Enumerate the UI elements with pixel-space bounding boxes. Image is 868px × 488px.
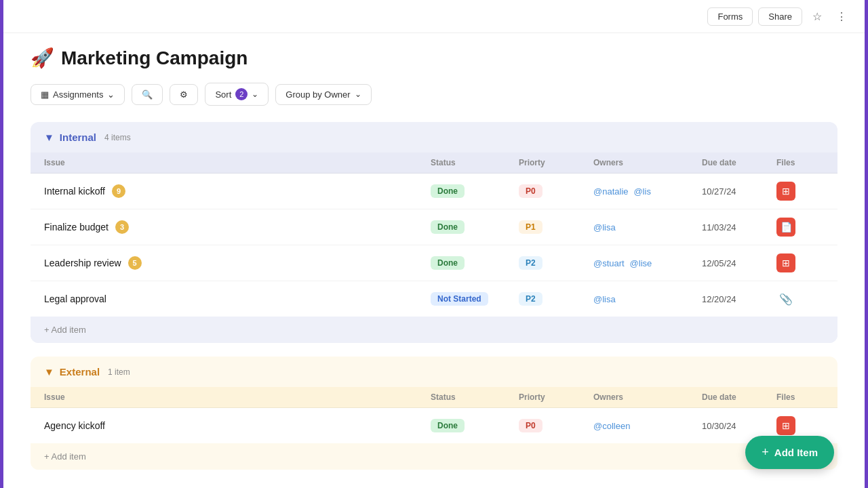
add-item-label: + Add item bbox=[44, 451, 86, 462]
file-icon[interactable]: 📄 bbox=[776, 218, 795, 237]
sort-count-badge: 2 bbox=[235, 88, 248, 100]
table-row: Finalize budget 3 Done P1 @lisa 11/03/24… bbox=[31, 209, 837, 245]
owners-cell: @colleen bbox=[593, 420, 702, 431]
more-icon[interactable]: ⋮ bbox=[832, 7, 851, 26]
file-icon[interactable]: ⊞ bbox=[776, 182, 795, 201]
due-date-cell: 10/27/24 bbox=[702, 186, 776, 197]
due-date-cell: 11/03/24 bbox=[702, 222, 776, 232]
add-item-fab-button[interactable]: + Add Item bbox=[745, 436, 834, 469]
assignments-label: Assignments bbox=[53, 89, 103, 100]
due-date-cell: 12/20/24 bbox=[702, 294, 776, 304]
table-row: Internal kickoff 9 Done P0 @natalie @lis… bbox=[31, 174, 837, 209]
issue-cell: Agency kickoff bbox=[44, 420, 431, 431]
title-emoji: 🚀 bbox=[31, 47, 54, 69]
col-priority: Priorty bbox=[519, 392, 593, 402]
col-due-date: Due date bbox=[702, 158, 776, 167]
col-owners: Owners bbox=[593, 158, 702, 167]
col-issue: Issue bbox=[44, 158, 431, 167]
external-group-header: ▼ External 1 item bbox=[31, 357, 837, 387]
owners-cell: @natalie @lis bbox=[593, 186, 702, 197]
col-due-date: Due date bbox=[702, 392, 776, 402]
assignments-icon: ▦ bbox=[41, 89, 49, 100]
internal-table: Issue Status Priorty Owners Due date Fil… bbox=[31, 152, 837, 317]
status-cell: Done bbox=[431, 220, 519, 234]
external-table: Issue Status Priorty Owners Due date Fil… bbox=[31, 387, 837, 443]
issue-cell: Legal approval bbox=[44, 293, 431, 304]
owner-tag: @lisa bbox=[593, 294, 616, 304]
external-add-item[interactable]: + Add item bbox=[31, 443, 837, 470]
status-cell: Done bbox=[431, 184, 519, 198]
col-status: Status bbox=[431, 158, 519, 167]
group-by-chevron-icon: ⌄ bbox=[355, 89, 361, 99]
owner-tag: @lise bbox=[630, 258, 652, 268]
group-by-label: Group by Owner bbox=[285, 89, 350, 100]
issue-name: Agency kickoff bbox=[44, 420, 105, 431]
priority-cell: P0 bbox=[519, 419, 593, 432]
issue-cell: Leadership review 5 bbox=[44, 256, 431, 270]
external-group-count: 1 item bbox=[108, 367, 130, 377]
internal-group: ▼ Internal 4 items Issue Status Priorty … bbox=[31, 122, 837, 343]
owners-cell: @lisa bbox=[593, 293, 702, 304]
col-priority: Priorty bbox=[519, 158, 593, 167]
file-icon[interactable]: ⊞ bbox=[776, 253, 795, 272]
status-cell: Done bbox=[431, 419, 519, 432]
external-collapse-icon[interactable]: ▼ bbox=[44, 366, 54, 378]
filter-icon: ⚙ bbox=[180, 89, 188, 100]
issue-name: Legal approval bbox=[44, 293, 106, 304]
page-container: Forms Share ☆ ⋮ 🚀 Marketing Campaign ▦ A… bbox=[0, 0, 868, 488]
file-icon[interactable]: 📎 bbox=[776, 289, 795, 308]
search-button[interactable]: 🔍 bbox=[132, 84, 163, 105]
external-group: ▼ External 1 item Issue Status Priorty O… bbox=[31, 357, 837, 470]
files-cell: ⊞ bbox=[776, 253, 824, 272]
table-row: Agency kickoff Done P0 @colleen 10/30/24… bbox=[31, 408, 837, 443]
status-badge: Done bbox=[431, 184, 465, 198]
file-icon[interactable]: ⊞ bbox=[776, 416, 795, 435]
page-title: 🚀 Marketing Campaign bbox=[31, 47, 837, 69]
forms-button[interactable]: Forms bbox=[707, 7, 753, 26]
top-bar: Forms Share ☆ ⋮ bbox=[3, 0, 865, 33]
filter-button[interactable]: ⚙ bbox=[170, 84, 198, 105]
priority-badge: P1 bbox=[519, 220, 542, 234]
issue-cell: Internal kickoff 9 bbox=[44, 184, 431, 198]
internal-collapse-icon[interactable]: ▼ bbox=[44, 131, 54, 143]
search-icon: 🔍 bbox=[142, 89, 153, 100]
group-by-button[interactable]: Group by Owner ⌄ bbox=[275, 84, 371, 105]
internal-add-item[interactable]: + Add item bbox=[31, 317, 837, 343]
external-table-header: Issue Status Priorty Owners Due date Fil… bbox=[31, 387, 837, 408]
status-cell: Not Started bbox=[431, 292, 519, 306]
assignments-button[interactable]: ▦ Assignments ⌄ bbox=[31, 84, 125, 105]
priority-cell: P0 bbox=[519, 184, 593, 198]
comment-badge[interactable]: 9 bbox=[112, 184, 125, 198]
internal-group-header: ▼ Internal 4 items bbox=[31, 122, 837, 152]
sort-chevron-icon: ⌄ bbox=[252, 89, 258, 99]
add-item-label: + Add item bbox=[44, 325, 86, 335]
files-cell: ⊞ bbox=[776, 416, 824, 435]
sort-button[interactable]: Sort 2 ⌄ bbox=[205, 83, 269, 106]
fab-label: Add Item bbox=[774, 447, 818, 458]
table-row: Legal approval Not Started P2 @lisa 12/2… bbox=[31, 281, 837, 317]
fab-plus-icon: + bbox=[762, 445, 769, 460]
due-date-cell: 10/30/24 bbox=[702, 421, 776, 431]
col-status: Status bbox=[431, 392, 519, 402]
owner-tag: @lisa bbox=[593, 222, 616, 232]
issue-name: Finalize budget bbox=[44, 222, 108, 232]
share-button[interactable]: Share bbox=[758, 7, 802, 26]
owners-cell: @lisa bbox=[593, 222, 702, 232]
comment-badge[interactable]: 3 bbox=[115, 220, 129, 234]
owners-cell: @stuart @lise bbox=[593, 258, 702, 268]
files-cell: ⊞ bbox=[776, 182, 824, 201]
owner-tag: @lis bbox=[633, 186, 650, 197]
issue-name: Internal kickoff bbox=[44, 186, 105, 197]
files-cell: 📄 bbox=[776, 218, 824, 237]
priority-badge: P2 bbox=[519, 292, 542, 306]
issue-cell: Finalize budget 3 bbox=[44, 220, 431, 234]
table-row: Leadership review 5 Done P2 @stuart @lis… bbox=[31, 245, 837, 281]
priority-badge: P0 bbox=[519, 184, 542, 198]
priority-badge: P2 bbox=[519, 256, 542, 270]
star-icon[interactable]: ☆ bbox=[808, 7, 827, 26]
status-badge: Done bbox=[431, 419, 465, 432]
col-files: Files bbox=[776, 158, 824, 167]
status-cell: Done bbox=[431, 256, 519, 270]
comment-badge[interactable]: 5 bbox=[128, 256, 142, 270]
status-badge: Done bbox=[431, 220, 465, 234]
